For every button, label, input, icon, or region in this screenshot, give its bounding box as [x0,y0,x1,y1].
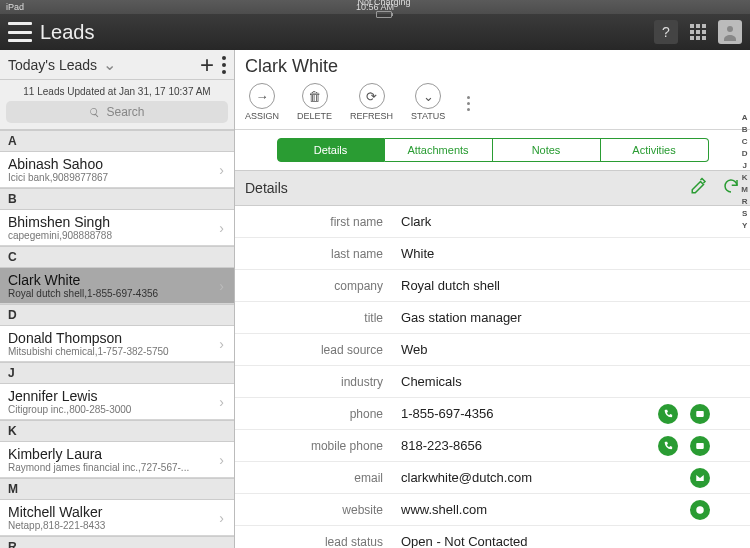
lead-subtitle: capegemini,908888788 [8,230,226,241]
svg-point-0 [727,26,733,32]
leads-list[interactable]: AAbinash SahooIcici bank,9089877867›BBhi… [0,130,234,548]
field-value[interactable]: clarkwhite@dutch.com [395,468,750,488]
lead-row[interactable]: Mitchell WalkerNetapp,818-221-8433› [0,500,234,536]
trash-icon: 🗑 [302,83,328,109]
disclosure-icon: › [219,394,224,410]
field-label: title [235,311,395,325]
lead-subtitle: Netapp,818-221-8433 [8,520,226,531]
field-value[interactable]: Chemicals [395,374,750,389]
section-label: Details [245,180,676,196]
tab-notes[interactable]: Notes [493,138,601,162]
field-email: emailclarkwhite@dutch.com [235,462,750,494]
section-header: K [0,420,234,442]
tab-attachments[interactable]: Attachments [385,138,493,162]
field-value[interactable]: Royal dutch shell [395,278,750,293]
detail-title: Clark White [235,50,750,79]
field-label: mobile phone [235,439,395,453]
field-value[interactable]: White [395,246,750,261]
field-label: lead status [235,535,395,549]
search-icon [89,107,100,118]
field-label: last name [235,247,395,261]
lead-row[interactable]: Abinash SahooIcici bank,9089877867› [0,152,234,188]
refresh-button[interactable]: ⟳ REFRESH [350,83,393,121]
chevron-down-icon[interactable]: ⌄ [103,55,116,74]
lead-name: Abinash Sahoo [8,156,226,172]
field-company: companyRoyal dutch shell [235,270,750,302]
disclosure-icon: › [219,452,224,468]
lead-row[interactable]: Jennifer LewisCitigroup inc.,800-285-300… [0,384,234,420]
section-header: B [0,188,234,210]
call-icon[interactable] [658,436,678,456]
tab-activities[interactable]: Activities [601,138,709,162]
tab-details[interactable]: Details [277,138,385,162]
field-value[interactable]: www.shell.com [395,500,750,520]
menu-icon[interactable] [8,22,32,42]
edit-icon[interactable] [690,177,708,199]
field-value[interactable]: Clark [395,214,750,229]
call-icon[interactable] [658,404,678,424]
section-header: C [0,246,234,268]
leads-sidebar: Today's Leads ⌄ + 11 Leads Updated at Ja… [0,50,235,548]
mail-icon[interactable] [690,468,710,488]
disclosure-icon: › [219,162,224,178]
apps-grid-icon[interactable] [686,20,710,44]
message-icon[interactable] [690,436,710,456]
field-title: titleGas station manager [235,302,750,334]
delete-button[interactable]: 🗑 DELETE [297,83,332,121]
list-filter-title[interactable]: Today's Leads [8,57,97,73]
field-label: first name [235,215,395,229]
field-value[interactable]: 1-855-697-4356 [395,404,750,424]
lead-name: Donald Thompson [8,330,226,346]
user-avatar[interactable] [718,20,742,44]
lead-row[interactable]: Donald ThompsonMitsubishi chemical,1-757… [0,326,234,362]
device-label: iPad [6,2,24,12]
field-label: lead source [235,343,395,357]
refresh-section-icon[interactable] [722,177,740,199]
lead-row[interactable]: Bhimshen Singhcapegemini,908888788› [0,210,234,246]
field-website: websitewww.shell.com [235,494,750,526]
field-mobile-phone: mobile phone818-223-8656 [235,430,750,462]
assign-icon: → [249,83,275,109]
field-label: phone [235,407,395,421]
detail-overflow-menu[interactable] [467,96,470,111]
lead-row[interactable]: Kimberly LauraRaymond james financial in… [0,442,234,478]
field-lead-source: lead sourceWeb [235,334,750,366]
refresh-icon: ⟳ [359,83,385,109]
battery-icon [376,11,392,18]
field-label: industry [235,375,395,389]
status-button[interactable]: ⌄ STATUS [411,83,445,121]
app-header: Leads ? [0,14,750,50]
globe-icon[interactable] [690,500,710,520]
message-icon[interactable] [690,404,710,424]
app-title: Leads [40,21,95,44]
disclosure-icon: › [219,336,224,352]
field-industry: industryChemicals [235,366,750,398]
lead-name: Kimberly Laura [8,446,226,462]
updated-label: 11 Leads Updated at Jan 31, 17 10:37 AM [0,80,234,101]
field-value[interactable]: Open - Not Contacted [395,534,750,548]
search-input[interactable]: Search [6,101,228,123]
chevron-down-icon: ⌄ [415,83,441,109]
help-icon[interactable]: ? [654,20,678,44]
list-overflow-menu[interactable] [222,56,226,74]
field-label: website [235,503,395,517]
field-value[interactable]: 818-223-8656 [395,436,750,456]
field-label: company [235,279,395,293]
lead-subtitle: Citigroup inc.,800-285-3000 [8,404,226,415]
add-lead-button[interactable]: + [200,51,214,79]
field-value[interactable]: Web [395,342,750,357]
assign-button[interactable]: → ASSIGN [245,83,279,121]
lead-subtitle: Icici bank,9089877867 [8,172,226,183]
section-header: M [0,478,234,500]
lead-subtitle: Raymond james financial inc.,727-567-... [8,462,226,473]
section-header: R [0,536,234,548]
lead-subtitle: Mitsubishi chemical,1-757-382-5750 [8,346,226,357]
lead-name: Mitchell Walker [8,504,226,520]
ios-status-bar: iPad 10:56 AM Not Charging [0,0,750,14]
field-label: email [235,471,395,485]
field-value[interactable]: Gas station manager [395,310,750,325]
lead-row[interactable]: Clark WhiteRoyal dutch shell,1-855-697-4… [0,268,234,304]
lead-name: Jennifer Lewis [8,388,226,404]
section-header: J [0,362,234,384]
field-lead-status: lead statusOpen - Not Contacted [235,526,750,548]
